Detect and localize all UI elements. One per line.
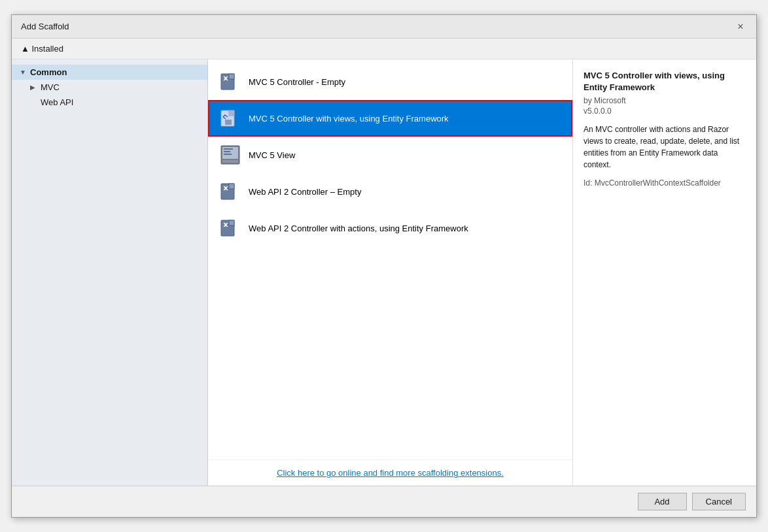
mvc5-empty-label: MVC 5 Controller - Empty: [249, 77, 345, 87]
svg-rect-14: [229, 220, 234, 225]
scaffold-item-mvc5-view[interactable]: MVC 5 View: [208, 137, 572, 173]
svg-rect-4: [225, 120, 232, 125]
svg-rect-8: [224, 148, 233, 150]
svg-rect-7: [222, 160, 238, 163]
mvc5-view-label: MVC 5 View: [249, 150, 295, 160]
add-scaffold-dialog: Add Scaffold × ▲ Installed ▼ Common ▶ MV…: [11, 14, 757, 518]
title-bar: Add Scaffold ×: [12, 15, 756, 39]
webapi2-ef-label: Web API 2 Controller with actions, using…: [249, 224, 468, 233]
webapi-label: Web API: [41, 97, 73, 107]
scaffold-item-mvc5-ef[interactable]: MVC 5 Controller with views, using Entit…: [208, 100, 572, 137]
svg-rect-10: [224, 154, 232, 155]
cancel-button[interactable]: Cancel: [692, 493, 746, 510]
dialog-title: Add Scaffold: [21, 22, 69, 31]
detail-id: Id: MvcControllerWithContextScaffolder: [584, 178, 746, 188]
webapi2-ef-icon: [220, 218, 241, 239]
mvc-label: MVC: [41, 82, 60, 92]
close-button[interactable]: ×: [734, 20, 747, 33]
add-button[interactable]: Add: [638, 493, 687, 510]
svg-rect-9: [224, 151, 230, 152]
mvc5-ef-label: MVC 5 Controller with views, using Entit…: [249, 114, 449, 124]
mvc5-ef-icon: [220, 108, 241, 129]
middle-panel: MVC 5 Controller - Empty: [208, 59, 573, 486]
scaffold-item-mvc5-empty[interactable]: MVC 5 Controller - Empty: [208, 63, 572, 100]
webapi2-empty-label: Web API 2 Controller – Empty: [249, 187, 361, 197]
scaffold-item-webapi2-empty[interactable]: Web API 2 Controller – Empty: [208, 173, 572, 210]
detail-panel: MVC 5 Controller with views, using Entit…: [573, 59, 756, 486]
detail-title: MVC 5 Controller with views, using Entit…: [584, 70, 746, 93]
svg-rect-1: [229, 74, 234, 79]
sidebar: ▼ Common ▶ MVC Web API: [12, 59, 208, 486]
mvc-arrow-icon: ▶: [30, 84, 38, 91]
detail-by: by Microsoft: [584, 96, 746, 105]
mvc5-view-icon: [220, 144, 241, 165]
common-arrow-icon: ▼: [20, 69, 27, 76]
online-link-container: Click here to go online and find more sc…: [208, 459, 572, 486]
webapi2-empty-icon: [220, 181, 241, 202]
common-label: Common: [30, 67, 67, 77]
dialog-body: ▲ Installed ▼ Common ▶ MVC Web API: [12, 39, 756, 486]
online-link[interactable]: Click here to go online and find more sc…: [277, 468, 504, 478]
installed-header: ▲ Installed: [12, 39, 756, 59]
sidebar-item-webapi[interactable]: Web API: [12, 95, 207, 110]
detail-description: An MVC controller with actions and Razor…: [584, 124, 746, 171]
sidebar-item-common[interactable]: ▼ Common: [12, 65, 207, 80]
scaffold-item-webapi2-ef[interactable]: Web API 2 Controller with actions, using…: [208, 210, 572, 246]
dialog-footer: Add Cancel: [12, 486, 756, 517]
detail-version: v5.0.0.0: [584, 107, 746, 116]
sidebar-item-mvc[interactable]: ▶ MVC: [12, 80, 207, 95]
svg-rect-12: [229, 184, 234, 189]
scaffold-list: MVC 5 Controller - Empty: [208, 59, 572, 459]
content-area: ▼ Common ▶ MVC Web API: [12, 59, 756, 486]
mvc5-empty-icon: [220, 71, 241, 92]
